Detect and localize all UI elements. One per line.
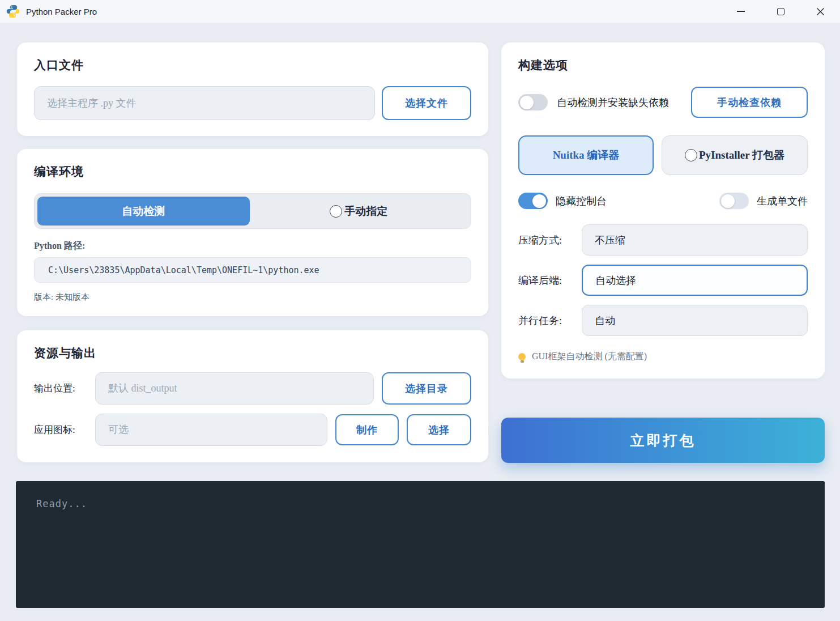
maximize-icon [777, 8, 784, 15]
python-path-display[interactable]: C:\Users\23835\AppData\Local\Temp\ONEFIL… [34, 257, 471, 283]
toggle-knob [721, 194, 735, 208]
minimize-button[interactable] [721, 0, 761, 23]
output-location-row: 输出位置: 选择目录 [34, 372, 471, 405]
app-icon-row: 应用图标: 制作 选择 [34, 414, 471, 446]
compression-row: 压缩方式: 不压缩 [518, 224, 808, 256]
window-controls [721, 0, 840, 23]
hide-console-toggle[interactable] [518, 193, 548, 209]
close-icon [816, 7, 825, 16]
entry-file-row: 选择文件 [34, 86, 471, 120]
build-card-title: 构建选项 [518, 57, 808, 73]
radio-unchecked-icon [330, 205, 342, 218]
backend-row: 编译后端: 自动选择 [518, 265, 808, 296]
make-icon-button[interactable]: 制作 [335, 414, 399, 445]
parallel-jobs-row: 并行任务: 自动 [518, 305, 808, 336]
minimize-icon [737, 11, 745, 12]
python-path-label: Python 路径: [34, 240, 471, 252]
parallel-jobs-select[interactable]: 自动 [582, 305, 808, 336]
nuitka-engine-button[interactable]: Nuitka 编译器 [518, 135, 654, 175]
pyinstaller-engine-label: PyInstaller 打包器 [699, 148, 784, 163]
toggle-knob [520, 96, 534, 109]
entry-file-card: 入口文件 选择文件 [17, 42, 488, 136]
hide-console-label: 隐藏控制台 [556, 194, 607, 208]
manual-check-deps-button[interactable]: 手动检查依赖 [691, 87, 808, 118]
engine-selector-row: Nuitka 编译器 PyInstaller 打包器 [518, 135, 808, 175]
radio-unchecked-icon [685, 149, 697, 161]
output-location-input[interactable] [95, 372, 374, 405]
compression-select[interactable]: 不压缩 [582, 224, 808, 256]
select-file-button[interactable]: 选择文件 [382, 86, 471, 120]
onefile-toggle[interactable] [719, 193, 749, 209]
console-output: Ready... [16, 481, 825, 608]
backend-select[interactable]: 自动选择 [582, 265, 808, 296]
backend-label: 编译后端: [518, 274, 582, 287]
app-icon-label: 应用图标: [34, 423, 87, 436]
compression-label: 压缩方式: [518, 233, 582, 247]
python-logo-icon [6, 4, 20, 19]
auto-deps-toggle[interactable] [518, 94, 548, 110]
auto-detect-segment[interactable]: 自动检测 [37, 197, 250, 226]
env-mode-segmented-control: 自动检测 手动指定 [34, 193, 471, 229]
titlebar-left: Python Packer Pro [0, 4, 97, 19]
parallel-jobs-label: 并行任务: [518, 314, 582, 327]
gui-hint-row: GUI框架自动检测 (无需配置) [518, 351, 808, 363]
titlebar: Python Packer Pro [0, 0, 840, 23]
auto-deps-label: 自动检测并安装缺失依赖 [557, 96, 669, 109]
app-icon-input[interactable] [95, 414, 327, 446]
maximize-button[interactable] [761, 0, 800, 23]
bulb-icon [518, 353, 526, 360]
gui-hint-text: GUI框架自动检测 (无需配置) [532, 351, 647, 363]
entry-file-input[interactable] [34, 86, 375, 120]
manual-segment-label: 手动指定 [344, 204, 387, 219]
pack-now-button[interactable]: 立即打包 [501, 418, 825, 463]
resources-card-title: 资源与输出 [34, 345, 471, 361]
app-title: Python Packer Pro [26, 7, 97, 16]
compile-env-card: 编译环境 自动检测 手动指定 Python 路径: C:\Users\23835… [17, 149, 488, 316]
python-version-text: 版本: 未知版本 [34, 292, 471, 303]
close-button[interactable] [800, 0, 840, 23]
env-card-title: 编译环境 [34, 164, 471, 180]
console-onefile-toggles-row: 隐藏控制台 生成单文件 [518, 193, 808, 209]
select-icon-button[interactable]: 选择 [407, 414, 471, 445]
toggle-knob [532, 194, 546, 208]
manual-segment[interactable]: 手动指定 [250, 197, 468, 226]
dependencies-row: 自动检测并安装缺失依赖 手动检查依赖 [518, 87, 808, 118]
build-options-card: 构建选项 自动检测并安装缺失依赖 手动检查依赖 Nuitka 编译器 PyIns… [501, 42, 825, 378]
output-location-label: 输出位置: [34, 382, 87, 395]
entry-card-title: 入口文件 [34, 57, 471, 73]
resources-output-card: 资源与输出 输出位置: 选择目录 应用图标: 制作 选择 [17, 330, 488, 462]
onefile-label: 生成单文件 [757, 194, 808, 208]
select-directory-button[interactable]: 选择目录 [382, 372, 471, 405]
pyinstaller-engine-button[interactable]: PyInstaller 打包器 [662, 135, 808, 175]
